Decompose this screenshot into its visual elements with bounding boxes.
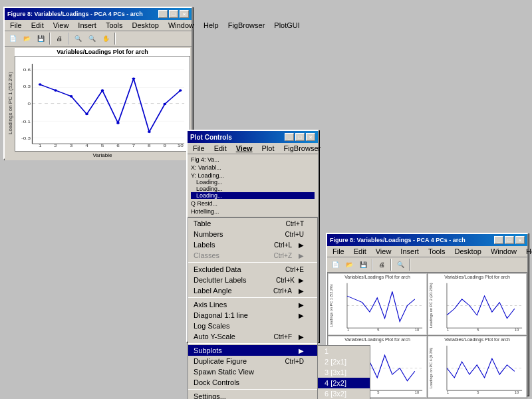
toolbar-open-1[interactable]: 📂: [20, 33, 33, 45]
menu-declutter[interactable]: Declutter Labels Ctrl+K ▶: [188, 275, 317, 285]
menu-duplicate[interactable]: Duplicate Figure Ctrl+D: [188, 356, 317, 366]
submenu-3x1[interactable]: 3 [3x1]: [318, 367, 370, 378]
tb2-zoom[interactable]: 🔍: [394, 259, 407, 271]
menu-diagonal[interactable]: Diagonal 1:1 line ▶: [188, 310, 317, 321]
auto-yscale-shortcut: Ctrl+F: [274, 333, 293, 340]
view-dropdown: Table Ctrl+T Numbers Ctrl+U Labels Ctrl+…: [188, 217, 318, 399]
submenu-6x2[interactable]: 6 [3x2]: [318, 388, 370, 399]
menu-insert-1[interactable]: Insert: [74, 21, 100, 30]
title-2: Figure 8: Variables/Loadings - PCA 4 PCs…: [330, 237, 466, 243]
menu-view-1[interactable]: View: [49, 21, 73, 30]
minimize-btn-controls[interactable]: _: [285, 133, 294, 141]
menu-numbers[interactable]: Numbers Ctrl+U: [188, 229, 317, 239]
svg-text:0.6: 0.6: [23, 67, 31, 72]
menu-help-1[interactable]: Help: [200, 21, 223, 30]
maximize-btn-controls[interactable]: □: [295, 133, 305, 141]
menu-subplots[interactable]: Subplots ▶ 1 2 [2x1] 3 [3x1] 4 [2x2] 6 […: [188, 345, 317, 356]
menu-spawn[interactable]: Spawn Static View: [188, 366, 317, 377]
close-btn-1[interactable]: ×: [180, 10, 189, 18]
menu-file-1[interactable]: File: [6, 21, 26, 30]
menubar-1: File Edit View Insert Tools Desktop Wind…: [5, 20, 192, 31]
mini-plot-2[interactable]: Variables/Loadings Plot for arch Loading…: [428, 273, 527, 335]
menu-file-2[interactable]: File: [329, 247, 348, 256]
info-area: Fig 4: Va... X: Variabl... Y: Loading...…: [188, 154, 318, 217]
menu-classes[interactable]: Classes Ctrl+Z ▶: [188, 250, 317, 261]
menu-edit-c[interactable]: Edit: [210, 144, 231, 153]
menu-plot-c[interactable]: Plot: [258, 144, 279, 153]
chart-svg-1: 0.6 0.3 0 -0.1 -0.3 1 2 3 4 5 6 7 8 9 10: [17, 58, 188, 150]
menu-desktop-2[interactable]: Desktop: [451, 247, 485, 256]
menu-window-1[interactable]: Window: [164, 21, 198, 30]
mini-svg-1: 1 5 10 Variable: [336, 280, 426, 331]
menu-figbrowser-c[interactable]: FigBrowser: [280, 144, 325, 153]
label-angle-arrow: ▶: [299, 287, 304, 295]
menu-view-2[interactable]: View: [372, 247, 396, 256]
toolbar-zoom-in-1[interactable]: 🔍: [71, 33, 84, 45]
menu-settings[interactable]: Settings...: [188, 391, 317, 399]
mini-svg-4: 1 5 10 Variable: [436, 342, 526, 394]
menu-dock[interactable]: Dock Controls: [188, 377, 317, 388]
mini-plot-4[interactable]: Variables/Loadings Plot for arch Loading…: [428, 336, 527, 398]
mini-plot-1[interactable]: Variables/Loadings Plot for arch Loading…: [328, 273, 427, 335]
sep-3: [114, 33, 116, 45]
mini-title-4: Variables/Loadings Plot for arch: [428, 336, 526, 342]
menu-excluded-data[interactable]: Excluded Data Ctrl+E: [188, 264, 317, 275]
chart-area-1[interactable]: 0.6 0.3 0 -0.1 -0.3 1 2 3 4 5 6 7 8 9 10: [15, 56, 190, 152]
duplicate-shortcut: Ctrl+D: [285, 358, 304, 365]
menu-labels[interactable]: Labels Ctrl+L ▶: [188, 239, 317, 250]
submenu-2x1[interactable]: 2 [2x1]: [318, 356, 370, 367]
h-label: Hotelling...: [189, 207, 317, 215]
tb2-print[interactable]: 🖨: [375, 259, 388, 271]
fig-label: Fig 4: Va...: [189, 156, 317, 164]
close-btn-controls[interactable]: ×: [306, 133, 315, 141]
close-btn-2[interactable]: ×: [515, 236, 525, 244]
y-sub-3-selected: Loading...: [191, 192, 315, 199]
menu-window-2[interactable]: Window: [487, 247, 521, 256]
y-sub-1: Loading...: [191, 179, 315, 186]
toolbar-zoom-out-1[interactable]: 🔍: [85, 33, 98, 45]
submenu-4x2[interactable]: 4 [2x2]: [318, 378, 370, 388]
maximize-btn-2[interactable]: □: [505, 236, 514, 244]
menu-insert-2[interactable]: Insert: [396, 247, 423, 256]
menu-desktop-1[interactable]: Desktop: [128, 21, 163, 30]
toolbar-print-1[interactable]: 🖨: [53, 33, 66, 45]
title-buttons-controls: _ □ ×: [285, 133, 315, 141]
tb2-save[interactable]: 💾: [356, 259, 370, 271]
menu-label-angle[interactable]: Label Angle Ctrl+A ▶: [188, 285, 317, 296]
sep-2c: [409, 259, 410, 271]
x-label: X: Variabl...: [189, 164, 317, 172]
sep-2a: [372, 259, 373, 271]
menu-auto-yscale[interactable]: Auto Y-Scale Ctrl+F ▶: [188, 331, 317, 342]
menu-edit-1[interactable]: Edit: [27, 21, 48, 30]
numbers-label: Numbers: [194, 230, 223, 238]
submenu-1[interactable]: 1: [318, 346, 370, 356]
menu-figbrowser-1[interactable]: FigBrowser: [224, 21, 269, 30]
menu-axis-lines[interactable]: Axis Lines ▶: [188, 299, 317, 310]
label-angle-label: Label Angle: [194, 287, 232, 295]
maximize-btn-1[interactable]: □: [169, 10, 178, 18]
classes-arrow: ▶: [299, 252, 304, 259]
tb2-open[interactable]: 📂: [342, 259, 356, 271]
toolbar-save-1[interactable]: 💾: [34, 33, 47, 45]
menu-tools-1[interactable]: Tools: [102, 21, 127, 30]
minimize-btn-2[interactable]: _: [494, 236, 503, 244]
menu-plotgui-1[interactable]: PlotGUI: [270, 21, 304, 30]
menu-file-c[interactable]: File: [189, 144, 209, 153]
diagonal-arrow: ▶: [299, 312, 304, 319]
toolbar-pan-1[interactable]: ✋: [99, 33, 112, 45]
menu-view-c[interactable]: View: [232, 144, 257, 153]
toolbar-new-1[interactable]: 📄: [6, 33, 19, 45]
menu-table[interactable]: Table Ctrl+T: [188, 218, 317, 229]
subplots-arrow: ▶: [299, 347, 304, 354]
minimize-btn-1[interactable]: _: [158, 10, 168, 18]
menu-tools-2[interactable]: Tools: [424, 247, 450, 256]
title-buttons-1: _ □ ×: [158, 10, 189, 18]
tb2-new[interactable]: 📄: [329, 259, 342, 271]
subplots-submenu: 1 2 [2x1] 3 [3x1] 4 [2x2] 6 [3x2] 9 [3x3…: [317, 345, 370, 399]
menu-log-scales[interactable]: Log Scales: [188, 321, 317, 331]
svg-text:10: 10: [415, 390, 419, 394]
menu-edit-2[interactable]: Edit: [350, 247, 370, 256]
menu-help-2[interactable]: Help: [522, 247, 532, 256]
mini-plot-area-4: Loadings on PC 4 (8.3%) 1 5 10 Variable: [428, 342, 526, 394]
svg-text:-0.3: -0.3: [21, 136, 31, 141]
